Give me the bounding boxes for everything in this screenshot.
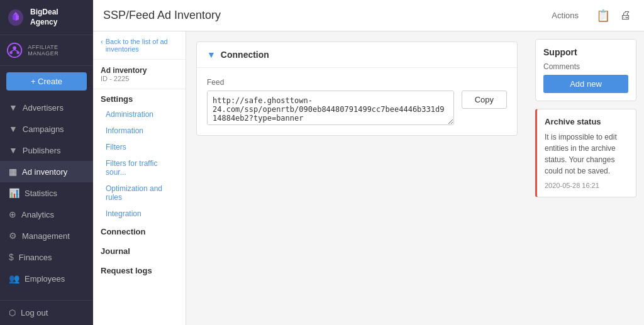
publishers-icon: ▼ xyxy=(9,145,18,155)
left-panel: ‹ Back to the list of ad inventories Ad … xyxy=(93,31,186,325)
sidebar-item-employees[interactable]: 👥 Employees xyxy=(0,268,93,289)
nav-connection[interactable]: Connection xyxy=(93,222,186,241)
nav-filters[interactable]: Filters xyxy=(93,139,186,155)
connection-card: ▼ Connection Feed Copy xyxy=(196,41,518,136)
logo-text: BigDeal Agency xyxy=(30,8,58,27)
back-link[interactable]: ‹ Back to the list of ad inventories xyxy=(93,31,186,60)
sidebar-label-publishers: Publishers xyxy=(23,146,61,155)
back-link-label: Back to the list of ad inventories xyxy=(106,38,178,53)
sidebar-item-campaigns[interactable]: ▼ Campaigns xyxy=(0,118,93,140)
connection-card-title: Connection xyxy=(221,50,269,60)
sidebar-item-advertisers[interactable]: ▼ Advertisers xyxy=(0,97,93,118)
sidebar-label-campaigns: Campaigns xyxy=(23,124,64,134)
svg-point-2 xyxy=(9,52,13,55)
affiliate-label: AFFILIATE MANAGER xyxy=(28,44,87,57)
nav-journal[interactable]: Journal xyxy=(93,241,186,261)
archive-title: Archive status xyxy=(545,117,628,126)
feed-textarea[interactable] xyxy=(207,91,454,125)
nav-filters-traffic[interactable]: Filters for traffic sour... xyxy=(93,155,186,180)
add-new-button[interactable]: Add new xyxy=(543,75,628,93)
ad-inventory-icon: ▦ xyxy=(9,167,17,177)
sidebar-label-statistics: Statistics xyxy=(25,189,57,198)
sidebar-item-publishers[interactable]: ▼ Publishers xyxy=(0,140,93,161)
copy-button[interactable]: Copy xyxy=(462,91,507,109)
feed-row: Copy xyxy=(207,91,507,125)
logout-button[interactable]: ⬡ Log out xyxy=(0,300,93,325)
sidebar-label-employees: Employees xyxy=(25,274,65,284)
sidebar-item-finances[interactable]: $ Finances xyxy=(0,246,93,268)
logout-label: Log out xyxy=(21,308,48,317)
archive-date: 2020-05-28 16:21 xyxy=(545,182,628,189)
back-chevron-icon: ‹ xyxy=(101,38,103,45)
actions-label: Actions xyxy=(552,11,579,20)
print-icon: 🖨 xyxy=(620,9,631,21)
inventory-id: ID - 2225 xyxy=(101,75,178,82)
inventory-title: Ad inventory xyxy=(101,66,178,75)
logo-area: BigDeal Agency xyxy=(0,0,93,35)
logout-icon: ⬡ xyxy=(9,308,16,317)
statistics-icon: 📊 xyxy=(9,188,19,198)
svg-line-5 xyxy=(14,50,18,52)
sidebar-item-statistics[interactable]: 📊 Statistics xyxy=(0,182,93,204)
sidebar-label-analytics: Analytics xyxy=(21,210,54,219)
sidebar-item-ad-inventory[interactable]: ▦ Ad inventory xyxy=(0,161,93,182)
svg-point-3 xyxy=(16,52,19,55)
sidebar-item-analytics[interactable]: ⊕ Analytics xyxy=(0,204,93,225)
campaigns-icon: ▼ xyxy=(9,124,18,134)
sidebar-label-ad-inventory: Ad inventory xyxy=(22,167,67,177)
right-panel: Support Comments Add new Archive status … xyxy=(528,31,644,325)
copy-icon-button[interactable]: 📋 xyxy=(594,6,613,25)
collapse-icon[interactable]: ▼ xyxy=(207,50,216,60)
nav-request-logs[interactable]: Request logs xyxy=(93,261,186,280)
topbar: SSP/Feed Ad Inventory Actions 📋 🖨 xyxy=(93,0,644,31)
feed-label: Feed xyxy=(207,78,507,87)
nav-optimization[interactable]: Optimization and rules xyxy=(93,180,186,206)
advertisers-icon: ▼ xyxy=(9,102,18,113)
support-card: Support Comments Add new xyxy=(535,39,636,101)
svg-point-0 xyxy=(8,43,21,57)
sidebar-item-management[interactable]: ⚙ Management xyxy=(0,225,93,246)
content-area: ‹ Back to the list of ad inventories Ad … xyxy=(93,31,644,325)
nav-information[interactable]: Information xyxy=(93,123,186,139)
sidebar-label-management: Management xyxy=(22,231,70,241)
svg-point-1 xyxy=(13,47,16,50)
employees-icon: 👥 xyxy=(9,273,19,284)
settings-section-header: Settings xyxy=(93,89,186,106)
print-icon-button[interactable]: 🖨 xyxy=(618,6,634,25)
analytics-icon: ⊕ xyxy=(9,209,16,219)
center-panel: ▼ Connection Feed Copy xyxy=(186,31,528,325)
archive-card: Archive status It is impossible to edit … xyxy=(535,109,636,197)
connection-card-body: Feed Copy xyxy=(197,68,517,135)
nav-integration[interactable]: Integration xyxy=(93,206,186,222)
sidebar-label-finances: Finances xyxy=(19,253,52,262)
support-title: Support xyxy=(543,47,628,57)
management-icon: ⚙ xyxy=(9,231,17,241)
affiliate-area: AFFILIATE MANAGER xyxy=(0,35,93,66)
finances-icon: $ xyxy=(9,252,14,262)
affiliate-icon xyxy=(6,41,23,59)
copy-icon: 📋 xyxy=(596,9,610,22)
inventory-info: Ad inventory ID - 2225 xyxy=(93,60,186,89)
svg-line-4 xyxy=(11,50,14,52)
connection-card-header: ▼ Connection xyxy=(197,42,517,68)
archive-text: It is impossible to edit entities in the… xyxy=(545,131,628,177)
main-area: SSP/Feed Ad Inventory Actions 📋 🖨 ‹ Back… xyxy=(93,0,644,325)
sidebar-label-advertisers: Advertisers xyxy=(23,103,64,113)
nav-administration[interactable]: Administration xyxy=(93,106,186,123)
comments-label: Comments xyxy=(543,62,628,71)
create-button[interactable]: + Create xyxy=(6,72,87,91)
logo-icon xyxy=(6,8,25,27)
sidebar: BigDeal Agency AFFILIATE MANAGER + Creat… xyxy=(0,0,93,325)
page-title: SSP/Feed Ad Inventory xyxy=(103,9,552,22)
